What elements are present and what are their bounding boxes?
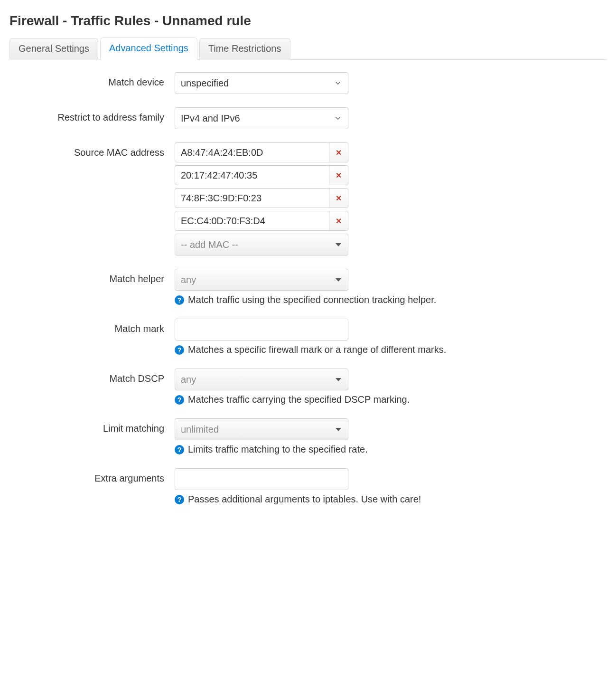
limit-matching-label: Limit matching xyxy=(9,418,175,434)
close-icon: ✕ xyxy=(336,148,342,157)
caret-down-icon xyxy=(336,274,341,285)
match-helper-hint: ? Match traffic using the specified conn… xyxy=(175,294,607,305)
help-icon: ? xyxy=(175,345,184,355)
help-icon: ? xyxy=(175,295,184,305)
address-family-select[interactable]: IPv4 and IPv6 xyxy=(175,107,348,129)
limit-matching-hint: ? Limits traffic matching to the specifi… xyxy=(175,444,607,455)
tabs: General Settings Advanced Settings Time … xyxy=(9,37,607,60)
match-mark-label: Match mark xyxy=(9,319,175,334)
match-dscp-value: any xyxy=(181,374,196,385)
help-icon: ? xyxy=(175,445,184,454)
chevron-down-icon xyxy=(335,78,341,89)
match-helper-select[interactable]: any xyxy=(175,269,348,291)
mac-item-input[interactable]: 74:8F:3C:9D:F0:23 xyxy=(175,189,329,208)
mac-item-input[interactable]: EC:C4:0D:70:F3:D4 xyxy=(175,211,329,230)
address-family-value: IPv4 and IPv6 xyxy=(181,113,240,124)
remove-mac-button[interactable]: ✕ xyxy=(329,143,348,162)
match-mark-hint: ? Matches a specific firewall mark or a … xyxy=(175,344,607,355)
tab-time-restrictions[interactable]: Time Restrictions xyxy=(199,38,290,60)
remove-mac-button[interactable]: ✕ xyxy=(329,189,348,208)
mac-item: 74:8F:3C:9D:F0:23✕ xyxy=(175,188,348,208)
tab-advanced-settings[interactable]: Advanced Settings xyxy=(100,38,197,60)
extra-arguments-hint: ? Passes additional arguments to iptable… xyxy=(175,494,607,505)
form: Match device unspecified Restrict to add… xyxy=(9,60,607,505)
address-family-label: Restrict to address family xyxy=(9,107,175,123)
match-device-label: Match device xyxy=(9,72,175,88)
help-icon: ? xyxy=(175,395,184,405)
extra-arguments-label: Extra arguments xyxy=(9,468,175,484)
help-icon: ? xyxy=(175,495,184,504)
match-helper-value: any xyxy=(181,274,196,285)
add-mac-combobox[interactable]: -- add MAC -- xyxy=(175,234,348,255)
match-dscp-hint: ? Matches traffic carrying the specified… xyxy=(175,394,607,405)
source-mac-list: A8:47:4A:24:EB:0D✕20:17:42:47:40:35✕74:8… xyxy=(175,142,607,255)
mac-item: EC:C4:0D:70:F3:D4✕ xyxy=(175,211,348,231)
match-dscp-select[interactable]: any xyxy=(175,369,348,390)
add-mac-placeholder: -- add MAC -- xyxy=(181,239,238,250)
mac-item-input[interactable]: A8:47:4A:24:EB:0D xyxy=(175,143,329,162)
source-mac-label: Source MAC address xyxy=(9,142,175,158)
page-title: Firewall - Traffic Rules - Unnamed rule xyxy=(9,13,607,28)
match-dscp-label: Match DSCP xyxy=(9,369,175,384)
mac-item: A8:47:4A:24:EB:0D✕ xyxy=(175,142,348,162)
match-mark-input[interactable] xyxy=(175,319,348,340)
close-icon: ✕ xyxy=(336,194,342,203)
remove-mac-button[interactable]: ✕ xyxy=(329,166,348,185)
close-icon: ✕ xyxy=(336,171,342,180)
mac-item: 20:17:42:47:40:35✕ xyxy=(175,165,348,185)
caret-down-icon xyxy=(336,239,341,250)
limit-matching-value: unlimited xyxy=(181,424,219,435)
caret-down-icon xyxy=(336,424,341,435)
chevron-down-icon xyxy=(335,113,341,124)
extra-arguments-input[interactable] xyxy=(175,468,348,490)
match-device-select[interactable]: unspecified xyxy=(175,72,348,94)
caret-down-icon xyxy=(336,374,341,385)
remove-mac-button[interactable]: ✕ xyxy=(329,211,348,230)
match-device-value: unspecified xyxy=(181,78,229,89)
mac-item-input[interactable]: 20:17:42:47:40:35 xyxy=(175,166,329,185)
tab-general-settings[interactable]: General Settings xyxy=(9,38,98,60)
match-helper-label: Match helper xyxy=(9,269,175,284)
close-icon: ✕ xyxy=(336,217,342,226)
limit-matching-select[interactable]: unlimited xyxy=(175,418,348,440)
